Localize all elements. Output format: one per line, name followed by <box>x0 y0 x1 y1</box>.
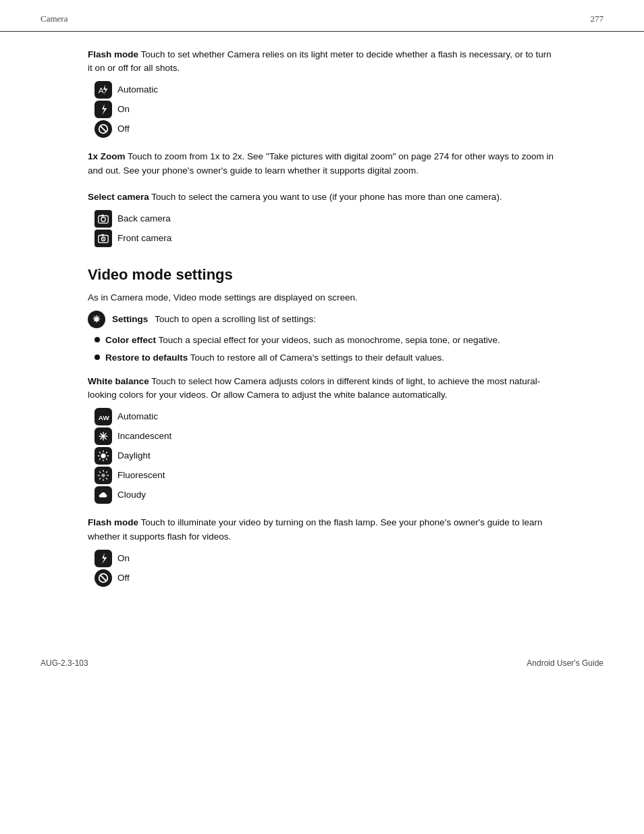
flash-automatic-label: Automatic <box>117 83 158 97</box>
wb-fluorescent-row: Fluorescent <box>95 467 556 484</box>
svg-text:A: A <box>99 86 104 95</box>
svg-text:AW: AW <box>99 414 109 421</box>
wb-fluorescent-label: Fluorescent <box>117 469 165 482</box>
svg-rect-11 <box>101 234 104 236</box>
svg-point-13 <box>95 317 98 321</box>
wb-incandescent-icon <box>95 427 112 445</box>
zoom-term: 1x Zoom <box>88 151 126 161</box>
page-footer: AUG-2.3-103 Android User's Guide <box>0 646 644 680</box>
settings-row: Settings Touch to open a scrolling list … <box>88 311 556 328</box>
select-camera-desc-text: Touch to select the camera you want to u… <box>151 192 502 202</box>
flash-mode-description: Flash mode Touch to set whether Camera r… <box>88 48 556 76</box>
restore-defaults-text: Touch to restore all of Camera's setting… <box>190 353 444 363</box>
wb-daylight-row: Daylight <box>95 447 556 465</box>
svg-marker-37 <box>102 553 107 564</box>
zoom-desc-text: Touch to zoom from 1x to 2x. See "Take p… <box>88 151 554 176</box>
flash-mode-video-desc-text: Touch to illuminate your video by turnin… <box>88 517 543 542</box>
video-flash-off-row: Off <box>95 569 556 587</box>
flash-on-icon <box>95 101 112 118</box>
front-camera-label: Front camera <box>117 232 171 245</box>
page-header: Camera 277 <box>0 0 644 32</box>
select-camera-section: Select camera Touch to select the camera… <box>88 190 556 247</box>
svg-point-6 <box>101 217 105 221</box>
flash-off-label: Off <box>117 122 130 136</box>
bullet-dot-1 <box>95 337 100 342</box>
svg-line-34 <box>106 478 107 479</box>
flash-mode-video-description: Flash mode Touch to illuminate your vide… <box>88 516 556 544</box>
bullet-dot-2 <box>95 355 100 360</box>
back-camera-label: Back camera <box>117 212 171 226</box>
svg-marker-1 <box>103 85 107 95</box>
svg-point-10 <box>103 238 104 240</box>
page: Camera 277 Flash mode Touch to set wheth… <box>0 0 644 834</box>
svg-line-4 <box>101 126 107 132</box>
bullet-text-2: Restore to defaults Touch to restore all… <box>105 351 444 365</box>
svg-point-28 <box>101 474 105 477</box>
white-balance-description: White balance Touch to select how Camera… <box>88 375 556 403</box>
flash-automatic-row: A Automatic <box>95 81 556 99</box>
svg-line-26 <box>106 452 107 454</box>
svg-line-36 <box>99 478 101 479</box>
svg-line-27 <box>99 459 101 460</box>
select-camera-description: Select camera Touch to select the camera… <box>88 190 556 205</box>
settings-desc: Touch to open a scrolling list of settin… <box>155 313 316 326</box>
wb-daylight-label: Daylight <box>117 449 151 463</box>
flash-on-label: On <box>117 103 130 116</box>
svg-line-39 <box>101 575 107 581</box>
white-balance-term: White balance <box>88 376 149 386</box>
svg-line-33 <box>99 472 101 473</box>
auto-flash-icon: A <box>95 81 112 99</box>
restore-defaults-term: Restore to defaults <box>105 353 188 363</box>
wb-cloudy-icon <box>95 486 112 504</box>
flash-mode-term: Flash mode <box>88 49 138 59</box>
wb-cloudy-label: Cloudy <box>117 488 146 502</box>
bullet-color-effect: Color effect Touch a special effect for … <box>95 334 556 347</box>
zoom-section: 1x Zoom Touch to zoom from 1x to 2x. See… <box>88 150 556 178</box>
svg-rect-7 <box>101 215 104 217</box>
svg-line-25 <box>106 459 107 460</box>
video-flash-off-label: Off <box>117 571 130 585</box>
wb-incandescent-row: Incandescent <box>95 427 556 445</box>
back-camera-row: Back camera <box>95 210 556 228</box>
wb-automatic-label: Automatic <box>117 410 158 423</box>
white-balance-desc-text: Touch to select how Camera adjusts color… <box>88 376 540 400</box>
flash-mode-video-term: Flash mode <box>88 517 138 527</box>
color-effect-term: Color effect <box>105 335 156 345</box>
header-page-number: 277 <box>591 12 604 26</box>
flash-off-icon <box>95 120 112 138</box>
flash-mode-section: Flash mode Touch to set whether Camera r… <box>88 48 556 138</box>
color-effect-text: Touch a special effect for your videos, … <box>159 335 500 345</box>
wb-incandescent-label: Incandescent <box>117 429 171 443</box>
front-camera-icon <box>95 230 112 247</box>
header-chapter: Camera <box>41 12 68 26</box>
video-flash-on-icon <box>95 550 112 567</box>
wb-fluorescent-icon <box>95 467 112 484</box>
settings-term: Settings <box>112 313 148 326</box>
video-flash-on-label: On <box>117 552 130 565</box>
settings-icon <box>88 311 105 328</box>
white-balance-section: White balance Touch to select how Camera… <box>88 375 556 504</box>
video-mode-description: As in Camera mode, Video mode settings a… <box>88 291 556 305</box>
video-flash-off-icon <box>95 569 112 587</box>
svg-line-24 <box>99 452 101 454</box>
footer-left: AUG-2.3-103 <box>41 657 88 669</box>
flash-mode-desc-text: Touch to set whether Camera relies on it… <box>88 49 552 74</box>
bullet-restore-defaults: Restore to defaults Touch to restore all… <box>95 351 556 365</box>
wb-automatic-row: AW Automatic <box>95 408 556 425</box>
wb-cloudy-row: Cloudy <box>95 486 556 504</box>
svg-point-19 <box>101 454 105 459</box>
wb-daylight-icon <box>95 447 112 465</box>
bullet-text-1: Color effect Touch a special effect for … <box>105 334 500 347</box>
video-mode-heading: Video mode settings <box>88 263 556 286</box>
wb-auto-icon: AW <box>95 408 112 425</box>
back-camera-icon <box>95 210 112 228</box>
flash-mode-video-section: Flash mode Touch to illuminate your vide… <box>88 516 556 587</box>
svg-marker-2 <box>102 104 107 115</box>
flash-on-row: On <box>95 101 556 118</box>
video-flash-on-row: On <box>95 550 556 567</box>
select-camera-term: Select camera <box>88 192 149 202</box>
front-camera-row: Front camera <box>95 230 556 247</box>
zoom-description: 1x Zoom Touch to zoom from 1x to 2x. See… <box>88 150 556 178</box>
footer-right: Android User's Guide <box>527 657 603 669</box>
svg-line-35 <box>106 472 107 473</box>
